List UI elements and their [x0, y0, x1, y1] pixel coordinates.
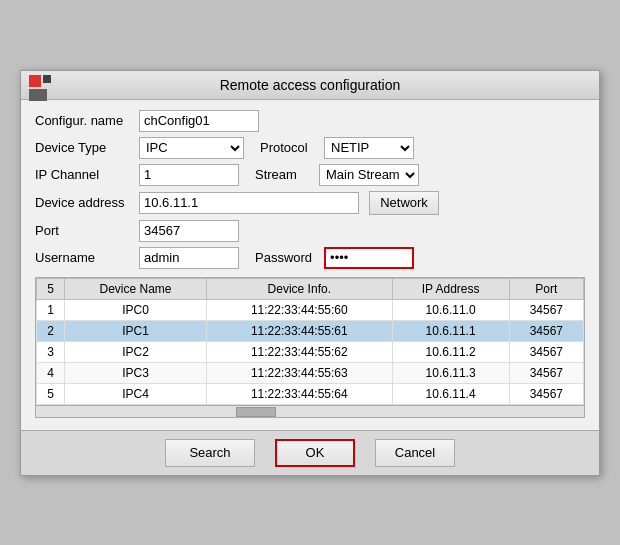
cell-port: 34567: [509, 341, 583, 362]
cell-device-name: IPC3: [65, 362, 207, 383]
cell-num: 3: [37, 341, 65, 362]
device-type-label: Device Type: [35, 140, 135, 155]
table-row[interactable]: 4 IPC3 11:22:33:44:55:63 10.6.11.3 34567: [37, 362, 584, 383]
cell-ip-address: 10.6.11.1: [392, 320, 509, 341]
ip-channel-label: IP Channel: [35, 167, 135, 182]
ip-channel-row: IP Channel Stream Main Stream Sub Stream: [35, 164, 585, 186]
cell-num: 2: [37, 320, 65, 341]
title-bar: Remote access configuration: [21, 71, 599, 100]
col-header-device-info: Device Info.: [207, 278, 392, 299]
cell-num: 5: [37, 383, 65, 404]
device-address-label: Device address: [35, 195, 135, 210]
col-header-count: 5: [37, 278, 65, 299]
search-button[interactable]: Search: [165, 439, 255, 467]
ip-channel-input[interactable]: [139, 164, 239, 186]
cell-device-name: IPC1: [65, 320, 207, 341]
svg-rect-2: [29, 89, 47, 101]
dialog-title: Remote access configuration: [220, 77, 401, 93]
footer: Search OK Cancel: [21, 430, 599, 475]
cell-port: 34567: [509, 383, 583, 404]
stream-label: Stream: [255, 167, 315, 182]
port-input[interactable]: [139, 220, 239, 242]
config-name-row: Configur. name: [35, 110, 585, 132]
cell-device-info: 11:22:33:44:55:62: [207, 341, 392, 362]
table-body: 1 IPC0 11:22:33:44:55:60 10.6.11.0 34567…: [37, 299, 584, 404]
cell-device-name: IPC0: [65, 299, 207, 320]
table-row[interactable]: 1 IPC0 11:22:33:44:55:60 10.6.11.0 34567: [37, 299, 584, 320]
stream-select[interactable]: Main Stream Sub Stream: [319, 164, 419, 186]
config-name-label: Configur. name: [35, 113, 135, 128]
cell-device-name: IPC4: [65, 383, 207, 404]
device-address-input[interactable]: [139, 192, 359, 214]
device-address-row: Device address Network: [35, 191, 585, 215]
cell-device-name: IPC2: [65, 341, 207, 362]
app-logo: [29, 75, 59, 103]
table-row[interactable]: 2 IPC1 11:22:33:44:55:61 10.6.11.1 34567: [37, 320, 584, 341]
table-row[interactable]: 3 IPC2 11:22:33:44:55:62 10.6.11.2 34567: [37, 341, 584, 362]
port-row: Port: [35, 220, 585, 242]
table-header-row: 5 Device Name Device Info. IP Address Po…: [37, 278, 584, 299]
col-header-ip-address: IP Address: [392, 278, 509, 299]
cell-ip-address: 10.6.11.4: [392, 383, 509, 404]
col-header-port: Port: [509, 278, 583, 299]
device-type-select[interactable]: IPC DVR NVR: [139, 137, 244, 159]
cell-num: 1: [37, 299, 65, 320]
cell-ip-address: 10.6.11.0: [392, 299, 509, 320]
username-label: Username: [35, 250, 135, 265]
cell-ip-address: 10.6.11.3: [392, 362, 509, 383]
cell-ip-address: 10.6.11.2: [392, 341, 509, 362]
cancel-button[interactable]: Cancel: [375, 439, 455, 467]
config-name-input[interactable]: [139, 110, 259, 132]
device-table: 5 Device Name Device Info. IP Address Po…: [36, 278, 584, 405]
scrollbar-thumb[interactable]: [236, 407, 276, 417]
port-label: Port: [35, 223, 135, 238]
horizontal-scrollbar[interactable]: [36, 405, 584, 417]
username-row: Username Password: [35, 247, 585, 269]
svg-rect-1: [43, 75, 51, 83]
ok-button[interactable]: OK: [275, 439, 355, 467]
cell-device-info: 11:22:33:44:55:60: [207, 299, 392, 320]
password-input[interactable]: [324, 247, 414, 269]
password-label: Password: [255, 250, 312, 265]
cell-port: 34567: [509, 362, 583, 383]
device-type-row: Device Type IPC DVR NVR Protocol NETIP O…: [35, 137, 585, 159]
cell-num: 4: [37, 362, 65, 383]
cell-port: 34567: [509, 299, 583, 320]
dialog: Remote access configuration Configur. na…: [20, 70, 600, 476]
cell-device-info: 11:22:33:44:55:61: [207, 320, 392, 341]
username-input[interactable]: [139, 247, 239, 269]
cell-device-info: 11:22:33:44:55:64: [207, 383, 392, 404]
cell-port: 34567: [509, 320, 583, 341]
device-table-container: 5 Device Name Device Info. IP Address Po…: [35, 277, 585, 418]
table-row[interactable]: 5 IPC4 11:22:33:44:55:64 10.6.11.4 34567: [37, 383, 584, 404]
cell-device-info: 11:22:33:44:55:63: [207, 362, 392, 383]
network-button[interactable]: Network: [369, 191, 439, 215]
protocol-label: Protocol: [260, 140, 320, 155]
protocol-select[interactable]: NETIP ONVIF: [324, 137, 414, 159]
svg-rect-0: [29, 75, 41, 87]
form-content: Configur. name Device Type IPC DVR NVR P…: [21, 100, 599, 430]
col-header-device-name: Device Name: [65, 278, 207, 299]
